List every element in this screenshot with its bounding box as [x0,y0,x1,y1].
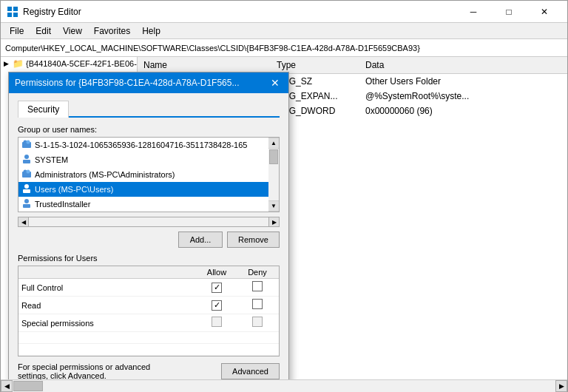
perm-row: Read [18,297,279,314]
hscroll-thumb[interactable] [13,381,43,391]
hscroll-left-btn[interactable]: ◀ [1,380,13,392]
list-item-text: TrustedInstaller [35,200,90,209]
perm-row: Special permissions [18,314,279,332]
list-hscroll: ◀ ▶ [18,217,280,227]
dialog-title: Permissions for {B4FB3F98-C1EA-428d-A78A… [15,78,239,88]
tab-security[interactable]: Security [18,101,69,118]
svg-rect-15 [23,204,30,208]
address-text: Computer\HKEY_LOCAL_MACHINE\SOFTWARE\Cla… [5,44,420,53]
permissions-label: Permissions for Users [18,254,280,263]
perm-allow-check[interactable] [195,317,239,329]
svg-point-7 [24,155,29,159]
svg-rect-3 [13,13,18,17]
perm-name: Full Control [21,283,195,292]
dialog-close-button[interactable]: ✕ [268,75,283,90]
content-area: ▶ 📁 {B441840A-5CEF-42F1-BE06-4E31A90E74D… [1,57,567,379]
hscroll-track [13,380,555,392]
menu-edit[interactable]: Edit [30,24,57,38]
svg-rect-1 [13,7,18,11]
perm-name: Read [21,301,195,310]
main-window: Registry Editor ─ □ ✕ File Edit View Fav… [0,0,568,392]
svg-point-11 [27,170,30,174]
address-bar: Computer\HKEY_LOCAL_MACHINE\SOFTWARE\Cla… [1,39,567,57]
list-scrollbar: ▲ ▼ [268,138,279,212]
list-item[interactable]: Users (MS-PC\Users) [18,182,268,197]
scroll-up-button[interactable]: ▲ [268,138,279,149]
window-title: Registry Editor [23,7,456,17]
svg-rect-8 [23,160,30,163]
perm-row-empty [18,332,279,344]
svg-rect-2 [7,13,12,17]
group-label: Group or user names: [18,125,280,134]
advanced-text: For special permissions or advanced sett… [18,362,166,379]
checkbox-read-allow[interactable] [212,300,222,311]
dialog-overlay: Permissions for {B4FB3F98-C1EA-428d-A78A… [1,57,567,379]
group-icon [21,139,32,151]
checkbox-full-deny[interactable] [252,281,263,291]
hscroll-right-button[interactable]: ▶ [268,217,279,226]
svg-rect-0 [7,7,12,11]
hscroll-left-button[interactable]: ◀ [18,217,29,226]
perm-col-deny-header: Deny [239,268,276,277]
user-icon [21,198,32,210]
perm-row-empty [18,344,279,356]
list-item-text: S-1-15-3-1024-1065365936-1281604716-3511… [35,141,247,149]
checkbox-full-allow[interactable] [212,283,222,293]
svg-point-12 [24,184,29,189]
user-icon [21,154,32,166]
advanced-section: For special permissions or advanced sett… [18,362,280,379]
perm-allow-check[interactable] [195,282,239,293]
add-button[interactable]: Add... [178,232,223,248]
svg-rect-13 [23,189,30,193]
remove-button[interactable]: Remove [227,232,280,248]
svg-point-6 [27,141,30,144]
user-icon [21,183,32,195]
user-list-container: S-1-15-3-1024-1065365936-1281604716-3511… [18,137,280,212]
list-item[interactable]: S-1-15-3-1024-1065365936-1281604716-3511… [18,138,268,152]
checkbox-special-deny[interactable] [252,317,263,327]
permissions-box: Allow Deny Full Control [18,266,280,356]
list-item[interactable]: SYSTEM [18,152,268,167]
perm-deny-check[interactable] [239,317,276,329]
advanced-button[interactable]: Advanced [221,363,280,379]
hscroll-right-btn[interactable]: ▶ [555,380,567,392]
app-icon [7,6,18,18]
perm-deny-check[interactable] [239,299,276,311]
perm-col-allow-header: Allow [195,268,239,277]
bottom-scrollbar: ◀ ▶ [1,379,567,391]
tab-strip: Security [18,101,280,118]
hscroll-track [29,217,268,226]
perm-allow-check[interactable] [195,300,239,311]
group-icon [21,169,32,180]
minimize-button[interactable]: ─ [456,1,490,23]
perm-name: Special permissions [21,319,195,328]
scroll-track [268,149,279,200]
perm-row: Full Control [18,279,279,297]
permissions-dialog: Permissions for {B4FB3F98-C1EA-428d-A78A… [8,72,289,379]
list-item-text: SYSTEM [35,155,68,164]
list-item-text: Users (MS-PC\Users) [35,185,113,194]
dialog-title-bar: Permissions for {B4FB3F98-C1EA-428d-A78A… [9,72,288,93]
menu-file[interactable]: File [4,24,30,38]
title-bar: Registry Editor ─ □ ✕ [1,1,567,23]
list-item[interactable]: Administrators (MS-PC\Administrators) [18,167,268,182]
perm-header: Allow Deny [18,266,279,279]
checkbox-special-allow[interactable] [212,317,222,327]
menu-view[interactable]: View [57,24,88,38]
scroll-thumb[interactable] [269,149,278,164]
menu-help[interactable]: Help [136,24,166,38]
list-item-text: Administrators (MS-PC\Administrators) [35,170,175,179]
user-list: S-1-15-3-1024-1065365936-1281604716-3511… [18,138,268,212]
scroll-down-button[interactable]: ▼ [268,200,279,211]
window-controls: ─ □ ✕ [456,1,561,23]
perm-deny-check[interactable] [239,281,276,294]
svg-point-14 [24,199,29,203]
perm-col-name-header [21,268,195,277]
menu-favorites[interactable]: Favorites [88,24,136,38]
add-remove-row: Add... Remove [18,232,280,248]
list-item[interactable]: TrustedInstaller [18,197,268,212]
dialog-content: Security Group or user names: [9,93,288,379]
checkbox-read-deny[interactable] [252,299,263,309]
maximize-button[interactable]: □ [492,1,526,23]
close-button[interactable]: ✕ [527,1,561,23]
